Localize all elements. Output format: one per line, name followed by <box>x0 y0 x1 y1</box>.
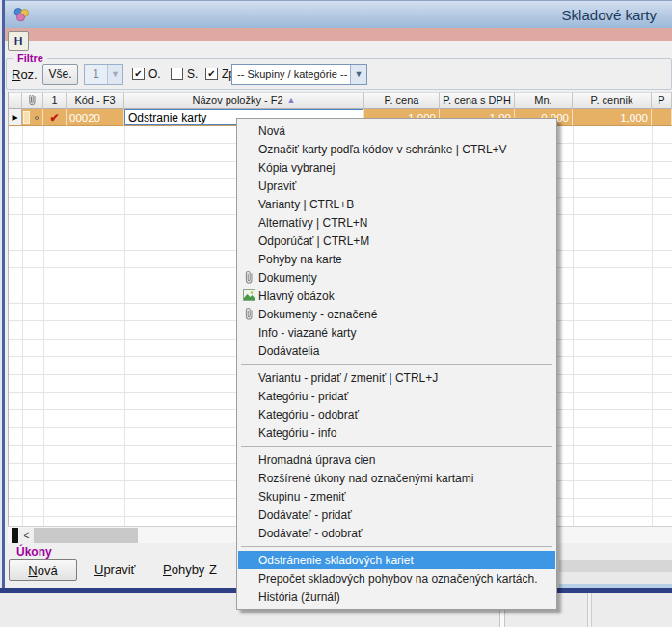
menu-item[interactable]: Variantu - pridať / zmeniť | CTRL+J <box>238 368 555 387</box>
paperclip-icon <box>28 94 37 108</box>
menu-item[interactable]: Dokumenty <box>238 268 555 286</box>
menu-item[interactable]: Info - viazané karty <box>238 323 555 341</box>
checkbox-o[interactable]: ✔ <box>132 68 145 80</box>
row-selector-cell: ▶ <box>9 109 22 126</box>
skupiny-kategorie-select[interactable]: -- Skupiny / kategórie -- ▼ <box>231 64 367 85</box>
header-attachment-column[interactable] <box>22 92 43 109</box>
image-icon <box>242 288 255 302</box>
menu-item[interactable]: Dodávateľ - pridať <box>238 505 555 524</box>
menu-item[interactable]: Dokumenty - označené <box>238 305 555 323</box>
menu-item[interactable]: Nová <box>238 122 555 140</box>
menu-item[interactable]: Kategóriu - info <box>238 423 555 442</box>
bottom-band <box>559 560 672 572</box>
menu-item[interactable]: História (žurnál) <box>238 587 555 606</box>
app-icon <box>13 7 30 27</box>
menu-separator <box>241 364 552 365</box>
header-kod[interactable]: Kód - F3 <box>67 92 124 109</box>
menu-item-odstranenie-highlighted[interactable]: Odstránenie skladových kariet <box>238 551 555 569</box>
menu-separator <box>241 546 552 547</box>
paperclip-icon <box>242 307 255 320</box>
paperclip-icon <box>242 270 255 284</box>
menu-item[interactable]: Alternatívy | CTRL+N <box>238 213 555 232</box>
skupiny-select-value: -- Skupiny / kategórie -- <box>232 68 350 80</box>
checkbox-zp[interactable]: ✔ <box>205 68 218 80</box>
background-line <box>591 593 592 627</box>
filter-group-label: Filtre <box>13 52 47 64</box>
menu-item[interactable]: Upraviť <box>238 177 555 195</box>
h-button[interactable]: H <box>8 31 29 51</box>
menu-item[interactable]: Hromadná úprava cien <box>238 450 555 469</box>
pohyby-button[interactable]: Pohyby <box>163 562 204 577</box>
menu-item[interactable]: Prepočet skladových pohybov na označenýc… <box>238 569 555 587</box>
header-selector-column <box>9 92 22 109</box>
chevron-down-icon: ▼ <box>107 65 122 84</box>
title-bar[interactable]: Skladové karty <box>0 0 672 28</box>
menu-item[interactable]: Hlavný obázok <box>238 286 555 305</box>
nova-button[interactable]: Nová <box>9 559 77 581</box>
count-select-value: 1 <box>85 68 107 81</box>
header-p[interactable]: P <box>652 92 672 109</box>
row-check-cell: ✔ <box>43 109 67 126</box>
context-menu: Nová Označiť karty podľa kódov v schránk… <box>236 118 557 610</box>
menu-item[interactable]: Skupinu - zmeniť <box>238 487 555 505</box>
table-header: 1 Kód - F3 Názov položky - F2 ▲ P. cena … <box>8 92 672 109</box>
menu-item[interactable]: Varianty | CTRL+B <box>238 195 555 213</box>
menu-item[interactable]: Kategóriu - odobrať <box>238 405 555 423</box>
menu-item[interactable]: Rozšírené úkony nad označenými kartami <box>238 469 555 487</box>
bottom-band <box>559 572 672 584</box>
ukony-group-label: Úkony <box>16 545 52 559</box>
menu-item[interactable]: Kategóriu - pridať <box>238 387 555 405</box>
scroll-left-button[interactable]: < <box>19 528 34 543</box>
menu-item[interactable]: Dodávatelia <box>238 341 555 360</box>
header-mn[interactable]: Mn. <box>515 92 573 109</box>
chevron-down-icon: ▼ <box>350 65 366 84</box>
roz-link[interactable]: Roz. <box>12 68 38 82</box>
row-marker-icon: ▶ <box>12 113 17 122</box>
menu-item[interactable]: Kópia vybranej <box>238 158 555 177</box>
row-attachment-cell <box>22 109 43 126</box>
row-p-cennik-cell: 1,000 <box>573 109 652 126</box>
header-nazov[interactable]: Názov položky - F2 ▲ <box>124 92 364 109</box>
row-p-cell <box>652 109 672 126</box>
menu-item[interactable]: Dodávateľ - odobrať <box>238 524 555 542</box>
screen: Skladové karty H Filtre Roz. Vše. 1 ▼ ✔ … <box>0 0 672 627</box>
row-kod-cell: 00020 <box>67 109 124 126</box>
count-select[interactable]: 1 ▼ <box>84 64 123 85</box>
checkbox-o-label: O. <box>148 68 161 81</box>
red-check-icon: ✔ <box>49 111 59 124</box>
window-border-left <box>2 0 5 593</box>
row-flag-icon <box>23 111 30 124</box>
menu-item[interactable]: Označiť karty podľa kódov v schránke | C… <box>238 140 555 158</box>
header-one-column[interactable]: 1 <box>43 92 67 109</box>
scrollbar-thumb[interactable] <box>34 528 138 543</box>
record-dot-icon <box>35 116 39 120</box>
header-p-cena-s-dph[interactable]: P. cena s DPH <box>440 92 515 109</box>
checkbox-s[interactable] <box>171 68 183 80</box>
scrollbar-corner <box>12 528 18 543</box>
checkbox-s-label: S. <box>187 68 198 81</box>
salmon-strip <box>2 28 672 41</box>
header-p-cena[interactable]: P. cena <box>364 92 440 109</box>
upravit-button[interactable]: Upraviť <box>94 562 135 577</box>
vse-button[interactable]: Vše. <box>42 64 78 85</box>
partial-hidden-button[interactable]: Z <box>209 562 217 577</box>
header-p-cennik[interactable]: P. cennik <box>573 92 652 109</box>
menu-item[interactable]: Odporúčať | CTRL+M <box>238 232 555 250</box>
window-title: Skladové karty <box>562 7 657 23</box>
menu-separator <box>241 446 552 447</box>
menu-item[interactable]: Pohyby na karte <box>238 250 555 268</box>
sort-ascending-icon: ▲ <box>287 95 296 105</box>
